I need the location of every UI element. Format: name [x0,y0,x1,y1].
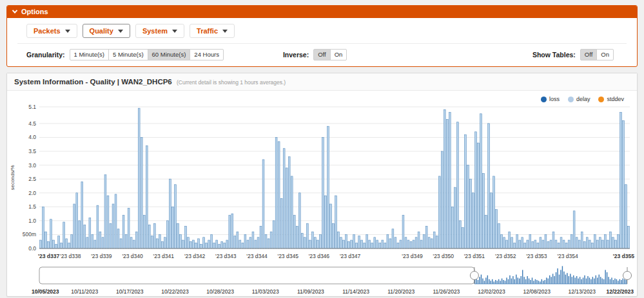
navigator-date-label: 11/26/2023 [433,288,460,295]
navigator-date-label: 10/28/2023 [206,288,234,295]
legend-label: stddev [607,96,624,102]
svg-text:'23 d338: '23 d338 [60,253,81,259]
panel-subtitle: (Current detail is showing 1 hours avera… [177,79,286,86]
caret-down-icon [65,30,70,33]
loss-series-dot [541,97,547,102]
granularity-control: 1 Minute(s) 5 Minute(s) 60 Minute(s) 24 … [70,49,224,61]
granularity-5-minute[interactable]: 5 Minute(s) [108,49,148,61]
caret-down-icon [118,30,123,33]
navigator-date-label: 11/14/2023 [342,288,369,295]
inverse-off[interactable]: Off [313,49,331,61]
quality-panel: System Information - Quality | WAN2_DHCP… [6,73,638,297]
tab-label: System [142,27,168,35]
navigator-date-label: 11/03/2023 [252,288,279,295]
tab-label: Packets [34,27,61,35]
svg-text:'23 d342: '23 d342 [184,253,206,259]
show-tables-off[interactable]: Off [580,49,598,61]
svg-text:1.5: 1.5 [28,203,36,210]
svg-text:'23 d355: '23 d355 [613,253,634,259]
tab-system[interactable]: System [135,24,184,38]
svg-text:2.0: 2.0 [28,190,36,196]
tab-packets[interactable]: Packets [26,24,77,38]
svg-text:'23 d341: '23 d341 [153,253,175,259]
svg-text:4.5: 4.5 [28,120,36,127]
navigator-date-label: 10/11/2023 [71,288,98,295]
caret-down-icon [172,30,177,33]
svg-text:'23 d343: '23 d343 [215,253,237,259]
svg-text:'23 d354: '23 d354 [557,253,578,259]
inverse-on[interactable]: On [330,49,347,61]
svg-text:'23 d345: '23 d345 [278,253,299,259]
legend-item-stddev[interactable]: stddev [598,96,624,102]
brush-handle-left[interactable] [470,272,478,280]
navigator-date-label: 10/05/2023 [32,288,59,295]
granularity-60-minute[interactable]: 60 Minute(s) [148,49,191,61]
navigator-date-label: 12/02/2023 [478,288,505,295]
svg-text:4.0: 4.0 [28,134,36,140]
inverse-group: Inverse: Off On [283,49,347,61]
controls-row: Granularity: 1 Minute(s) 5 Minute(s) 60 … [17,49,627,61]
caret-down-icon [222,30,228,33]
navigator-date-label: 12/13/2023 [569,288,596,295]
svg-text:3.5: 3.5 [28,148,36,154]
svg-text:'23 d344: '23 d344 [246,253,268,259]
legend-item-loss[interactable]: loss [541,96,560,102]
navigator-date-label: 12/08/2023 [523,288,551,295]
show-tables-group: Show Tables: Off On [532,49,614,61]
page: Options Packets Quality System Traffic [0,0,644,297]
granularity-24-hours[interactable]: 24 Hours [190,49,224,61]
show-tables-label: Show Tables: [532,51,576,59]
options-header[interactable]: Options [7,6,637,18]
brush-handle-right[interactable] [623,272,632,280]
svg-text:'23 d352: '23 d352 [495,253,516,259]
chart-legend: loss delay stddev [541,96,624,102]
tab-quality[interactable]: Quality [83,24,130,38]
svg-text:1.0: 1.0 [28,218,36,224]
brush-background[interactable] [39,267,474,284]
panel-header: System Information - Quality | WAN2_DHCP… [7,73,637,91]
show-tables-on[interactable]: On [596,49,614,61]
granularity-group: Granularity: 1 Minute(s) 5 Minute(s) 60 … [26,49,224,61]
options-panel: Options Packets Quality System Traffic [6,5,638,67]
legend-label: loss [549,96,560,102]
quality-detail-chart[interactable]: 0.0500m1.01.52.02.53.03.54.04.55.1'23 d3… [7,93,636,265]
svg-text:'23 d350: '23 d350 [433,253,454,259]
navigator-chart[interactable]: 10/05/202310/11/202310/17/202310/22/2023… [7,265,636,296]
tab-traffic[interactable]: Traffic [190,24,235,38]
navigator-sparkline [474,266,627,284]
options-body: Packets Quality System Traffic [7,18,637,66]
svg-text:'23 d349: '23 d349 [402,253,423,259]
inverse-control: Off On [313,49,347,61]
inverse-label: Inverse: [283,51,309,59]
panel-title: System Information - Quality | WAN2_DHCP… [14,78,172,86]
navigator-date-label: 10/22/2023 [161,288,189,295]
navigator-date-label: 12/22/2023 [606,288,634,295]
granularity-1-minute[interactable]: 1 Minute(s) [70,49,110,61]
y-axis-title: seconds/% [10,165,15,190]
legend-label: delay [576,96,590,102]
granularity-label: Granularity: [26,51,65,59]
graph-tabs: Packets Quality System Traffic [17,23,627,44]
svg-text:5.1: 5.1 [28,104,36,110]
x-axis-labels: '23 d337'23 d338'23 d339'23 d340'23 d341… [38,253,634,259]
options-header-label: Options [21,8,48,15]
tab-label: Traffic [197,27,218,35]
navigator-date-label: 10/17/2023 [116,288,144,295]
navigator-date-label: 11/09/2023 [297,288,324,295]
delay-bars [40,108,630,248]
show-tables-control: Off On [580,49,614,61]
svg-text:'23 d337: '23 d337 [38,253,59,259]
delay-series-dot [568,97,574,102]
legend-item-delay[interactable]: delay [568,96,590,102]
svg-text:0.0: 0.0 [28,245,36,252]
svg-text:500m: 500m [23,231,36,237]
svg-text:'23 d347: '23 d347 [340,253,361,259]
svg-text:2.5: 2.5 [28,176,36,182]
tab-label: Quality [90,27,113,35]
chart-area: loss delay stddev 0.0500m1.01.52.02.53.0… [7,91,637,296]
svg-text:'23 d351: '23 d351 [464,253,485,259]
stddev-series-dot [598,97,604,102]
svg-text:3.0: 3.0 [28,162,36,169]
svg-text:'23 d340: '23 d340 [122,253,143,259]
svg-text:'23 d353: '23 d353 [526,253,547,259]
